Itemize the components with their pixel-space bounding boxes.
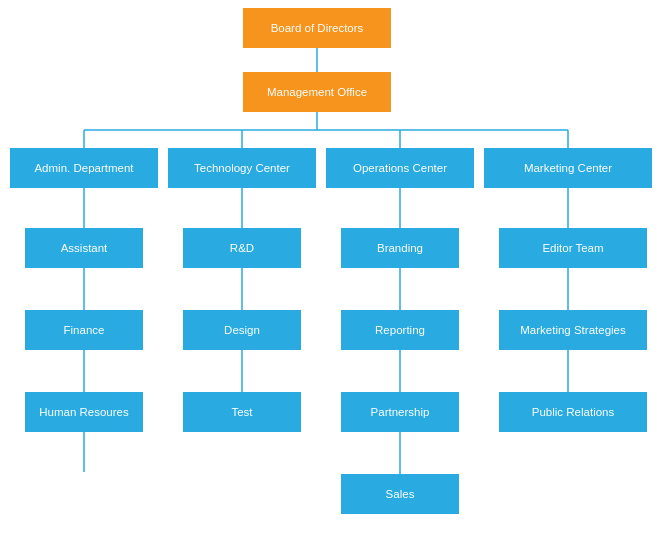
mkt-label: Marketing Center: [524, 162, 612, 174]
hr-label: Human Resoures: [39, 406, 128, 418]
pr-label: Public Relations: [532, 406, 614, 418]
reporting-label: Reporting: [375, 324, 425, 336]
branding-node: Branding: [341, 228, 459, 268]
admin-node: Admin. Department: [10, 148, 158, 188]
ops-node: Operations Center: [326, 148, 474, 188]
sales-node: Sales: [341, 474, 459, 514]
pr-node: Public Relations: [499, 392, 647, 432]
hr-node: Human Resoures: [25, 392, 143, 432]
finance-label: Finance: [64, 324, 105, 336]
board-node: Board of Directors: [243, 8, 391, 48]
sales-label: Sales: [386, 488, 415, 500]
tech-node: Technology Center: [168, 148, 316, 188]
assistant-node: Assistant: [25, 228, 143, 268]
rnd-node: R&D: [183, 228, 301, 268]
mkt-strat-node: Marketing Strategies: [499, 310, 647, 350]
admin-label: Admin. Department: [34, 162, 133, 174]
reporting-node: Reporting: [341, 310, 459, 350]
assistant-label: Assistant: [61, 242, 108, 254]
org-chart: Board of Directors Management Office Adm…: [0, 0, 660, 534]
mkt-node: Marketing Center: [484, 148, 652, 188]
design-label: Design: [224, 324, 260, 336]
test-node: Test: [183, 392, 301, 432]
design-node: Design: [183, 310, 301, 350]
tech-label: Technology Center: [194, 162, 290, 174]
editor-node: Editor Team: [499, 228, 647, 268]
branding-label: Branding: [377, 242, 423, 254]
mkt-strat-label: Marketing Strategies: [520, 324, 625, 336]
finance-node: Finance: [25, 310, 143, 350]
mgmt-node: Management Office: [243, 72, 391, 112]
board-label: Board of Directors: [271, 22, 364, 34]
editor-label: Editor Team: [542, 242, 603, 254]
test-label: Test: [231, 406, 252, 418]
ops-label: Operations Center: [353, 162, 447, 174]
partnership-node: Partnership: [341, 392, 459, 432]
rnd-label: R&D: [230, 242, 254, 254]
partnership-label: Partnership: [371, 406, 430, 418]
mgmt-label: Management Office: [267, 86, 367, 98]
